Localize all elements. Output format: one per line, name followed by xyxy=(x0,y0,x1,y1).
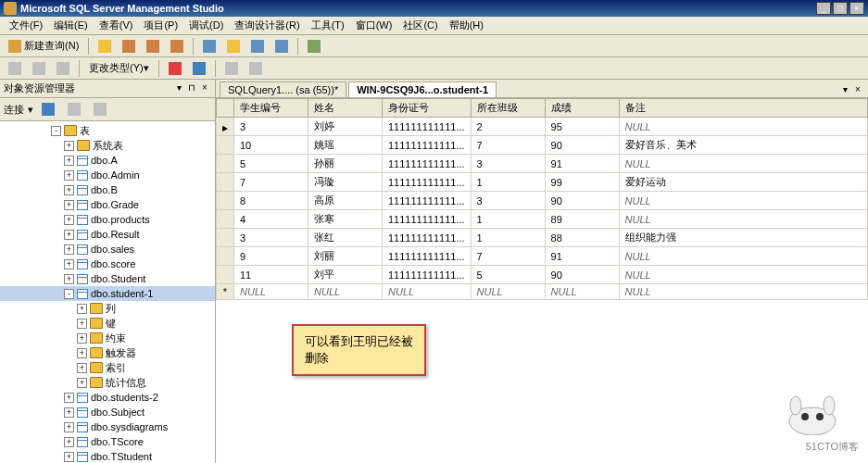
row-selector[interactable] xyxy=(217,155,234,173)
table-cell[interactable]: NULL xyxy=(619,266,867,284)
activity-icon[interactable] xyxy=(303,37,325,56)
panel-pin-icon[interactable]: ⊓ xyxy=(185,82,198,95)
table-cell[interactable]: 组织能力强 xyxy=(619,229,867,247)
connect-button[interactable]: 连接 xyxy=(4,103,24,117)
table-cell[interactable]: 111111111111... xyxy=(383,136,472,155)
db3-icon[interactable] xyxy=(166,37,188,56)
expander-icon[interactable]: + xyxy=(64,393,74,403)
table-cell[interactable]: 99 xyxy=(545,173,619,192)
expander-icon[interactable]: + xyxy=(64,156,74,166)
table-cell[interactable]: 88 xyxy=(545,229,619,247)
table-cell[interactable]: 91 xyxy=(545,155,619,173)
row-selector[interactable] xyxy=(217,210,234,229)
menu-item[interactable]: 帮助(H) xyxy=(444,17,489,34)
table-cell[interactable]: NULL xyxy=(619,192,867,210)
table-cell[interactable]: 7 xyxy=(471,247,545,266)
table-cell[interactable]: 4 xyxy=(234,210,308,229)
expander-icon[interactable]: + xyxy=(64,185,74,195)
tree-node[interactable]: +dbo.Grade xyxy=(0,197,215,212)
table-cell[interactable]: 7 xyxy=(471,136,545,155)
tree-node[interactable]: +dbo.Admin xyxy=(0,168,215,182)
table-cell[interactable]: 5 xyxy=(234,155,308,173)
expander-icon[interactable]: + xyxy=(64,259,74,269)
change-type-button[interactable]: 更改类型(Y) ▾ xyxy=(84,59,154,78)
column-header[interactable]: 学生编号 xyxy=(234,99,308,118)
table-cell[interactable]: 1 xyxy=(471,229,545,247)
menu-item[interactable]: 社区(C) xyxy=(397,17,443,34)
save-icon[interactable] xyxy=(198,37,220,56)
expander-icon[interactable]: + xyxy=(64,141,74,151)
table-cell[interactable]: 11 xyxy=(234,266,308,284)
tree-node[interactable]: +dbo.B xyxy=(0,182,215,197)
groupby-icon[interactable] xyxy=(220,59,243,78)
tree-node[interactable]: +统计信息 xyxy=(0,375,215,390)
table-cell[interactable]: 10 xyxy=(234,136,308,155)
table-cell[interactable]: 孙丽 xyxy=(308,155,383,173)
table-cell[interactable]: 90 xyxy=(545,136,619,155)
tree-node[interactable]: -dbo.student-1 xyxy=(0,286,215,301)
table-row[interactable]: 8高原111111111111...390NULL xyxy=(217,192,868,210)
expander-icon[interactable]: + xyxy=(64,230,74,240)
open-icon[interactable] xyxy=(94,37,116,56)
tree-node[interactable]: +dbo.products xyxy=(0,212,215,227)
tree-node[interactable]: +系统表 xyxy=(0,138,215,153)
table-cell[interactable]: 爱好运动 xyxy=(619,173,867,192)
table-cell[interactable]: 95 xyxy=(545,118,619,136)
row-selector[interactable] xyxy=(217,173,234,192)
expander-icon[interactable]: + xyxy=(64,407,74,418)
table-cell[interactable]: 姚瑶 xyxy=(308,136,383,155)
table-cell[interactable]: 高原 xyxy=(308,192,383,210)
menu-item[interactable]: 查看(V) xyxy=(94,17,139,34)
menu-item[interactable]: 文件(F) xyxy=(4,17,48,34)
maximize-button[interactable]: □ xyxy=(833,2,848,15)
table-cell[interactable]: NULL xyxy=(619,210,867,229)
table-cell[interactable]: 5 xyxy=(471,266,545,284)
tree-node[interactable]: +约束 xyxy=(0,331,215,345)
row-selector[interactable] xyxy=(217,192,234,210)
expander-icon[interactable]: + xyxy=(77,304,87,314)
table-cell[interactable]: 8 xyxy=(234,192,308,210)
object-tree[interactable]: -表+系统表+dbo.A+dbo.Admin+dbo.B+dbo.Grade+d… xyxy=(0,121,215,463)
new-query-button[interactable]: 新建查询(N) xyxy=(4,37,83,56)
table-cell[interactable]: 111111111111... xyxy=(383,192,472,210)
expander-icon[interactable]: + xyxy=(77,319,87,329)
expander-icon[interactable]: + xyxy=(77,378,87,388)
table-cell[interactable]: NULL xyxy=(619,155,867,173)
diagram-icon[interactable] xyxy=(4,59,26,78)
expander-icon[interactable]: + xyxy=(77,333,87,344)
db2-icon[interactable] xyxy=(142,37,164,56)
table-cell[interactable]: 7 xyxy=(234,173,308,192)
table-cell[interactable]: 张寒 xyxy=(308,210,383,229)
column-header[interactable]: 所在班级 xyxy=(471,99,545,118)
menu-item[interactable]: 调试(D) xyxy=(183,17,229,34)
menu-item[interactable]: 项目(P) xyxy=(138,17,183,34)
table-row[interactable]: 3刘婷111111111111...295NULL xyxy=(217,118,868,136)
table-cell[interactable]: NULL xyxy=(308,284,383,300)
row-selector[interactable] xyxy=(217,118,234,136)
column-header[interactable]: 成绩 xyxy=(545,99,619,118)
refresh-icon[interactable] xyxy=(37,100,59,119)
table-cell[interactable]: 90 xyxy=(545,192,619,210)
table-cell[interactable]: NULL xyxy=(545,284,619,300)
table-cell[interactable]: NULL xyxy=(619,284,867,300)
expander-icon[interactable]: - xyxy=(51,126,61,136)
menu-item[interactable]: 窗口(W) xyxy=(350,17,398,34)
tree-node[interactable]: +dbo.Student xyxy=(0,271,215,286)
tab-close-icon[interactable]: × xyxy=(851,84,864,97)
table-cell[interactable]: 3 xyxy=(234,118,308,136)
tree-node[interactable]: +dbo.Subject xyxy=(0,405,215,419)
row-selector[interactable] xyxy=(217,229,234,247)
tree-node[interactable]: +dbo.sysdiagrams xyxy=(0,419,215,434)
results-icon[interactable] xyxy=(52,59,74,78)
table-row[interactable]: 3张红111111111111...188组织能力强 xyxy=(217,229,868,247)
row-selector[interactable] xyxy=(217,284,234,300)
folder-icon[interactable] xyxy=(222,37,245,56)
table-row[interactable]: 11刘平111111111111...590NULL xyxy=(217,266,868,284)
table-cell[interactable]: 111111111111... xyxy=(383,118,472,136)
table-cell[interactable]: 3 xyxy=(234,229,308,247)
table-row[interactable]: 10姚瑶111111111111...790爱好音乐、美术 xyxy=(217,136,868,155)
table-row[interactable]: 9刘丽111111111111...791NULL xyxy=(217,247,868,266)
table-cell[interactable]: NULL xyxy=(619,247,867,266)
tree-node[interactable]: +dbo.sales xyxy=(0,242,215,257)
data-grid[interactable]: 学生编号姓名身份证号所在班级成绩备注3刘婷111111111111...295N… xyxy=(216,98,868,463)
